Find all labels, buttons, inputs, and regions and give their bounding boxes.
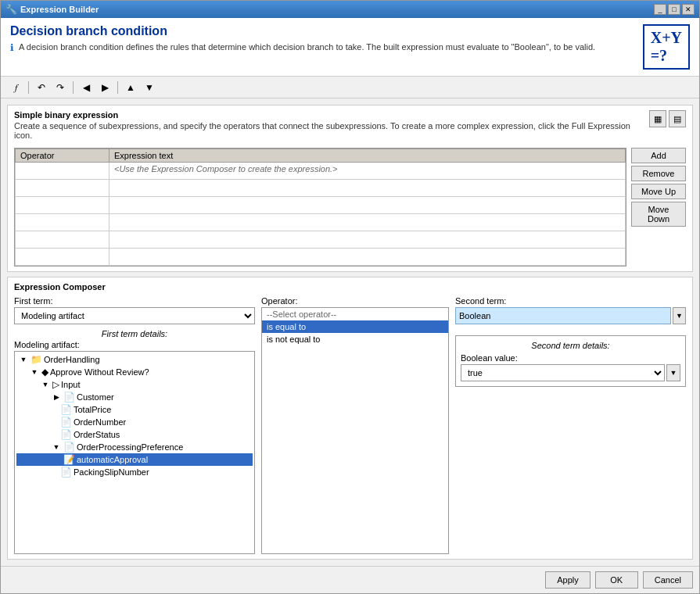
empty-row-2: [16, 197, 626, 214]
boolean-value-select[interactable]: true false: [461, 364, 665, 381]
expression-composer-section: Expression Composer First term: Modeling…: [7, 277, 693, 560]
expand-orderprocessing: ▼: [51, 442, 62, 453]
grid-view-btn[interactable]: ▦: [649, 110, 666, 127]
up-toolbar-btn[interactable]: ▲: [122, 79, 139, 96]
formula-icon: X+Y=?: [643, 24, 690, 70]
first-term-select-row: Modeling artifact: [14, 307, 255, 324]
header-description: A decision branch condition defines the …: [19, 41, 595, 53]
header-info: ℹ A decision branch condition defines th…: [10, 41, 595, 53]
operator-is-equal-item[interactable]: is equal to: [262, 320, 448, 333]
cancel-button[interactable]: Cancel: [643, 571, 693, 589]
bottom-buttons-area: Apply OK Cancel: [1, 566, 699, 593]
placeholder-row: <Use the Expression Composer to create t…: [16, 163, 626, 180]
placeholder-text-cell: <Use the Expression Composer to create t…: [109, 163, 626, 180]
operator-placeholder-item[interactable]: --Select operator--: [262, 308, 448, 320]
tree-item-customer[interactable]: ▶ 📄 Customer: [16, 391, 253, 403]
boolean-value-label: Boolean value:: [461, 353, 680, 363]
expr-table-area: Operator Expression text <Use the Expres…: [14, 148, 686, 267]
move-up-expression-button[interactable]: Move Up: [631, 184, 686, 199]
window-icon: 🔧: [5, 4, 17, 15]
header-section: Decision branch condition ℹ A decision b…: [1, 18, 699, 77]
operator-list[interactable]: --Select operator-- is equal to is not e…: [261, 307, 449, 554]
header-left: Decision branch condition ℹ A decision b…: [10, 24, 595, 53]
first-term-label: First term:: [14, 296, 255, 306]
first-term-select[interactable]: Modeling artifact: [14, 307, 255, 324]
orderstatus-label: OrderStatus: [74, 430, 120, 439]
window-title: Expression Builder: [20, 5, 99, 14]
orderhandling-label: OrderHandling: [44, 355, 100, 364]
expression-builder-window: 🔧 Expression Builder _ □ ✕ Decision bran…: [0, 0, 700, 594]
expression-table-container: Operator Expression text <Use the Expres…: [14, 148, 626, 267]
expression-text-column-header: Expression text: [109, 149, 626, 163]
composer-row: First term: Modeling artifact First term…: [14, 296, 686, 554]
tree-item-orderhandling[interactable]: ▼ 📁 OrderHandling: [16, 353, 253, 366]
customer-label: Customer: [77, 392, 114, 402]
tree-item-ordernumber[interactable]: 📄 OrderNumber: [16, 416, 253, 428]
artifact-label: Modeling artifact:: [14, 340, 255, 349]
packingslip-icon: 📄: [60, 467, 72, 478]
table-view-btn[interactable]: ▤: [669, 110, 686, 127]
tree-item-totalprice[interactable]: 📄 TotalPrice: [16, 403, 253, 416]
simple-expression-section: Simple binary expression Create a sequen…: [7, 105, 693, 272]
tree-item-input[interactable]: ▼ ▷ Input: [16, 378, 253, 391]
second-term-label: Second term:: [455, 296, 686, 306]
toolbar-separator-3: [117, 81, 118, 94]
title-bar: 🔧 Expression Builder _ □ ✕: [1, 1, 699, 18]
ordernumber-label: OrderNumber: [74, 417, 126, 427]
modeling-artifact-tree[interactable]: ▼ 📁 OrderHandling ▼ ◆ Approve Without Re…: [14, 351, 255, 554]
orderprocessing-icon: 📄: [63, 442, 75, 453]
tree-item-orderprocessing[interactable]: ▼ 📄 OrderProcessingPreference: [16, 441, 253, 453]
second-term-dropdown-btn[interactable]: ▼: [673, 307, 686, 324]
apply-button[interactable]: Apply: [545, 571, 591, 589]
orderhandling-icon: 📁: [31, 354, 42, 365]
formula-toolbar-btn[interactable]: 𝑓: [7, 79, 24, 96]
automaticapproval-label: automaticApproval: [77, 455, 148, 464]
second-term-details: Second term details: Boolean value: true…: [455, 335, 686, 387]
expression-table: Operator Expression text <Use the Expres…: [15, 148, 626, 266]
approve-icon: ◆: [41, 367, 48, 378]
move-down-expression-button[interactable]: Move Down: [631, 202, 686, 227]
redo-toolbar-btn[interactable]: ↷: [52, 79, 69, 96]
title-bar-left: 🔧 Expression Builder: [5, 4, 99, 15]
boolean-dropdown-btn[interactable]: ▼: [666, 364, 680, 381]
add-expression-button[interactable]: Add: [631, 148, 686, 163]
toolbar: 𝑓 ↶ ↷ ◀ ▶ ▲ ▼: [1, 77, 699, 98]
tree-item-automaticapproval[interactable]: 📝 automaticApproval: [16, 453, 253, 466]
automaticapproval-icon: 📝: [63, 454, 75, 465]
operator-column: Operator: --Select operator-- is equal t…: [261, 296, 449, 554]
orderstatus-icon: 📄: [60, 429, 72, 440]
toolbar-separator-2: [73, 81, 74, 94]
view-toggle-buttons: ▦ ▤: [649, 110, 686, 127]
undo-toolbar-btn[interactable]: ↶: [33, 79, 50, 96]
operator-is-not-equal-item[interactable]: is not equal to: [262, 333, 448, 345]
second-term-details-label: Second term details:: [461, 341, 680, 350]
totalprice-label: TotalPrice: [74, 405, 111, 414]
simple-expr-title-area: Simple binary expression Create a sequen…: [14, 110, 649, 145]
maximize-button[interactable]: □: [668, 4, 680, 15]
tree-item-packingslip[interactable]: 📄 PackingSlipNumber: [16, 466, 253, 478]
simple-expr-desc: Create a sequence of subexpressions, and…: [14, 121, 649, 140]
remove-expression-button[interactable]: Remove: [631, 166, 686, 181]
ok-button[interactable]: OK: [595, 571, 638, 589]
empty-row-5: [16, 249, 626, 266]
expand-approve: ▼: [29, 367, 40, 378]
packingslip-label: PackingSlipNumber: [74, 467, 149, 477]
boolean-select-row: true false ▼: [461, 364, 680, 381]
back-toolbar-btn[interactable]: ◀: [77, 79, 95, 96]
close-button[interactable]: ✕: [682, 4, 695, 15]
expand-customer: ▶: [51, 392, 62, 403]
ordernumber-icon: 📄: [60, 417, 72, 428]
second-term-input[interactable]: [455, 307, 671, 324]
tree-item-orderstatus[interactable]: 📄 OrderStatus: [16, 428, 253, 441]
expand-orderhandling: ▼: [18, 354, 29, 365]
orderprocessing-label: OrderProcessingPreference: [77, 442, 183, 452]
minimize-button[interactable]: _: [654, 4, 666, 15]
forward-toolbar-btn[interactable]: ▶: [96, 79, 113, 96]
simple-expr-title: Simple binary expression: [14, 110, 649, 120]
empty-row-4: [16, 231, 626, 249]
second-term-column: Second term: ▼ Second term details: Bool…: [455, 296, 686, 554]
tree-item-approve[interactable]: ▼ ◆ Approve Without Review?: [16, 366, 253, 378]
empty-row-3: [16, 214, 626, 231]
down-toolbar-btn[interactable]: ▼: [141, 79, 158, 96]
empty-row-1: [16, 180, 626, 197]
